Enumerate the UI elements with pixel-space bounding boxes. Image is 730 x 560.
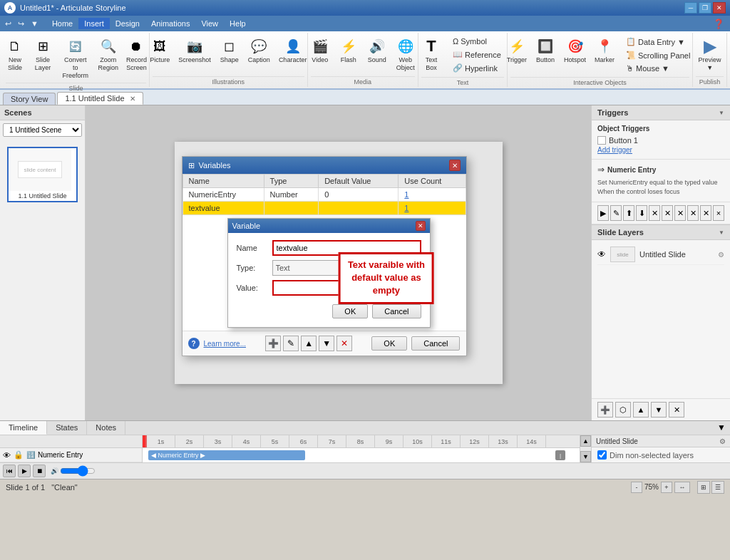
menu-view[interactable]: View	[195, 18, 224, 29]
convert-freeform-button[interactable]: 🔄 Convert toFreeform	[58, 34, 93, 81]
zoom-in-btn[interactable]: +	[661, 482, 672, 493]
scene-selector[interactable]: 1 Untitled Scene	[3, 123, 82, 137]
marker-button[interactable]: 📍 Marker	[591, 34, 618, 66]
trigger-tool-10[interactable]: ×	[713, 205, 724, 221]
dim-layers-checkbox[interactable]	[597, 450, 607, 460]
video-button[interactable]: 🎬 Video	[307, 34, 334, 66]
timeline-scrollbar[interactable]: ▲ ▼	[580, 435, 591, 462]
trigger-tool-2[interactable]: ✎	[610, 205, 622, 221]
qa-dropdown[interactable]: ▼	[29, 19, 41, 28]
layer-settings-icon[interactable]: ⚙	[718, 251, 724, 259]
tab-close-button[interactable]: ✕	[130, 95, 135, 103]
add-trigger-link[interactable]: Add trigger	[597, 146, 632, 154]
trigger-button1[interactable]: Button 1	[597, 135, 724, 145]
undo-button[interactable]: ↩	[3, 19, 14, 29]
table-row[interactable]: textvalue 1	[182, 202, 466, 215]
add-variable-button[interactable]: ➕	[265, 336, 281, 351]
add-trigger-item[interactable]: Add trigger	[597, 145, 724, 155]
slide-layers-dropdown[interactable]: ▼	[719, 229, 724, 236]
hotspot-button[interactable]: 🎯 Hotspot	[560, 34, 590, 66]
trigger-tool-4[interactable]: ⬇	[636, 205, 647, 221]
trigger-tool-5[interactable]: ✕	[649, 205, 660, 221]
scrolling-panel-button[interactable]: 📜 Scrolling Panel	[622, 49, 694, 61]
variables-dialog-close[interactable]: ✕	[449, 160, 461, 171]
sub-ok-button[interactable]: OK	[332, 304, 368, 318]
track-bar-1[interactable]: ◀ Numeric Entry ▶	[148, 450, 305, 460]
use-count-link[interactable]: 1	[404, 190, 408, 199]
fit-btn[interactable]: ↔	[674, 482, 690, 493]
trigger-tool-1[interactable]: ▶	[597, 205, 609, 221]
redo-button[interactable]: ↪	[16, 19, 26, 29]
play-to-start-btn[interactable]: ⏮	[3, 465, 16, 477]
window-controls[interactable]: ─ ❐ ✕	[684, 2, 726, 14]
trigger-tool-3[interactable]: ⬆	[623, 205, 634, 221]
text-box-button[interactable]: T TextBox	[418, 34, 445, 74]
help-icon[interactable]: ❓	[713, 19, 724, 29]
layer-eye-icon[interactable]: 👁	[597, 249, 606, 259]
menu-design[interactable]: Design	[110, 18, 145, 29]
button-button[interactable]: 🔲 Button	[532, 34, 559, 66]
new-slide-button[interactable]: 🗋 NewSlide	[1, 34, 28, 74]
minimize-button[interactable]: ─	[684, 2, 697, 14]
row1-eye-icon[interactable]: 👁	[3, 451, 11, 460]
flash-button[interactable]: ⚡ Flash	[335, 34, 362, 66]
layer-add-btn[interactable]: ➕	[597, 402, 613, 418]
sound-button[interactable]: 🔊 Sound	[364, 34, 391, 66]
trigger-tool-6[interactable]: ✕	[662, 205, 673, 221]
symbol-button[interactable]: Ω Symbol	[449, 36, 505, 47]
menu-home[interactable]: Home	[46, 18, 78, 29]
delete-variable-button[interactable]: ✕	[336, 336, 352, 351]
reference-button[interactable]: 📖 Reference	[449, 48, 505, 61]
timeline-collapse-btn[interactable]: ▼	[713, 421, 730, 435]
playhead[interactable]	[143, 435, 147, 447]
preview-button[interactable]: ▶ Preview▼	[695, 34, 725, 74]
row1-lock-icon[interactable]: 🔒	[14, 450, 24, 460]
variable-sub-close[interactable]: ✕	[416, 221, 426, 231]
zoom-out-btn[interactable]: -	[631, 482, 642, 493]
scroll-down[interactable]: ▼	[580, 451, 591, 462]
tab-states[interactable]: States	[47, 421, 87, 435]
menu-insert[interactable]: Insert	[78, 18, 110, 29]
stop-btn[interactable]: ⏹	[33, 465, 46, 477]
list-view-btn[interactable]: ☰	[711, 481, 724, 494]
data-entry-button[interactable]: 📋 Data Entry ▼	[622, 36, 694, 48]
hyperlink-button[interactable]: 🔗 Hyperlink	[449, 62, 505, 74]
layer-delete-btn[interactable]: ✕	[669, 402, 684, 418]
button1-checkbox[interactable]	[597, 136, 606, 145]
tab-timeline[interactable]: Timeline	[0, 421, 47, 435]
layer-move-down-btn[interactable]: ▼	[651, 402, 667, 418]
slide-layer-button[interactable]: ⊞ SlideLayer	[30, 34, 56, 74]
variables-ok-button[interactable]: OK	[371, 336, 407, 351]
grid-view-btn[interactable]: ⊞	[697, 481, 710, 494]
variables-cancel-button[interactable]: Cancel	[411, 336, 460, 351]
trigger-button[interactable]: ⚡ Trigger	[503, 34, 530, 66]
bottom-panel-settings[interactable]: ⚙	[719, 437, 726, 445]
dim-layers-label[interactable]: Dim non-selected layers	[597, 450, 724, 460]
tab-story-view[interactable]: Story View	[3, 93, 56, 105]
trigger-tool-8[interactable]: ✕	[687, 205, 699, 221]
triggers-dropdown-icon[interactable]: ▼	[719, 110, 724, 116]
volume-slider[interactable]	[60, 467, 96, 475]
caption-button[interactable]: 💬 Caption	[245, 34, 274, 66]
layer-move-up-btn[interactable]: ▲	[633, 402, 649, 418]
close-button[interactable]: ✕	[713, 2, 726, 14]
character-button[interactable]: 👤 Character	[275, 34, 311, 66]
tab-untitled-slide[interactable]: 1.1 Untitled Slide ✕	[57, 92, 143, 105]
play-btn[interactable]: ▶	[18, 465, 31, 477]
use-count-link-2[interactable]: 1	[404, 204, 408, 212]
screenshot-button[interactable]: 📷 Screenshot	[175, 34, 215, 66]
layer-dup-btn[interactable]: ⬡	[615, 402, 631, 418]
move-down-button[interactable]: ▼	[319, 336, 334, 351]
zoom-region-button[interactable]: 🔍 ZoomRegion	[95, 34, 122, 74]
web-object-button[interactable]: 🌐 WebObject	[392, 34, 419, 74]
menu-animations[interactable]: Animations	[145, 18, 195, 29]
scroll-up[interactable]: ▲	[580, 435, 591, 447]
shape-button[interactable]: ◻ Shape	[216, 34, 243, 66]
trigger-tool-7[interactable]: ✕	[674, 205, 686, 221]
table-row[interactable]: NumericEntry Number 0 1	[182, 188, 466, 202]
restore-button[interactable]: ❐	[699, 2, 711, 14]
mouse-button[interactable]: 🖱 Mouse ▼	[622, 63, 694, 74]
sub-cancel-button[interactable]: Cancel	[372, 304, 421, 318]
learn-more-link[interactable]: Learn more...	[204, 340, 246, 348]
tab-notes[interactable]: Notes	[87, 421, 125, 435]
